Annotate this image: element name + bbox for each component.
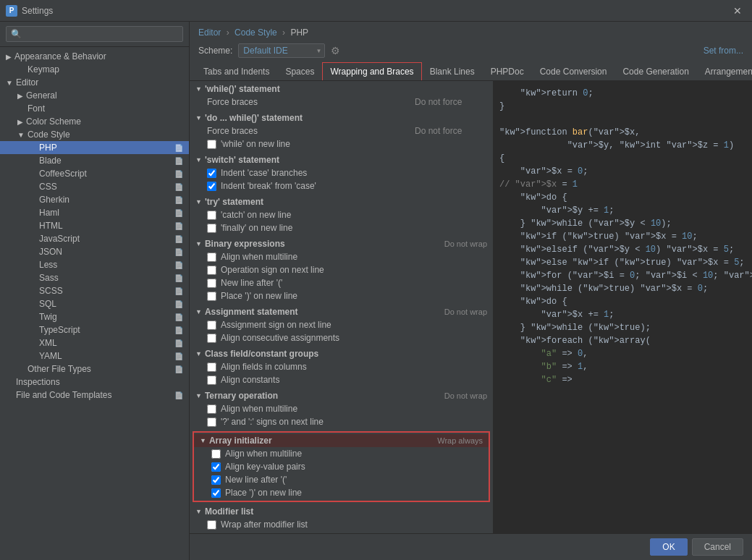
sidebar-item-label: CoffeeScript	[39, 169, 87, 179]
sidebar-item-php[interactable]: PHP📄	[0, 141, 189, 154]
group-arrow: ▼	[195, 156, 202, 164]
sidebar-item-other-file-types[interactable]: Other File Types📄	[0, 362, 189, 376]
setting-checkbox[interactable]	[207, 253, 216, 262]
group-header-try-statement[interactable]: ▼'try' statement	[190, 195, 493, 208]
group-header-class-field-groups[interactable]: ▼Class field/constant groups	[190, 347, 493, 360]
sidebar-item-json[interactable]: JSON📄	[0, 245, 189, 258]
sidebar-item-css[interactable]: CSS📄	[0, 180, 189, 193]
group-header-ternary-operation[interactable]: ▼Ternary operationDo not wrap	[190, 389, 493, 402]
sidebar-item-label: Less	[39, 260, 57, 270]
sidebar-item-label: XML	[39, 338, 57, 348]
tab-tabs-indents[interactable]: Tabs and Indents	[195, 62, 277, 81]
setting-checkbox[interactable]	[207, 404, 216, 414]
setting-checkbox[interactable]	[207, 520, 216, 530]
sidebar-item-general[interactable]: ▶General	[0, 89, 189, 102]
setting-checkbox[interactable]	[207, 169, 216, 178]
sidebar-item-sass[interactable]: Sass📄	[0, 271, 189, 284]
close-button[interactable]: ✕	[729, 4, 746, 18]
group-header-switch-statement[interactable]: ▼'switch' statement	[190, 153, 493, 166]
tab-code-conversion[interactable]: Code Conversion	[532, 62, 615, 81]
sidebar-item-twig[interactable]: Twig📄	[0, 310, 189, 323]
sidebar-item-javascript[interactable]: JavaScript📄	[0, 232, 189, 245]
group-header-binary-expressions[interactable]: ▼Binary expressionsDo not wrap	[190, 237, 493, 250]
sidebar-item-html[interactable]: HTML📄	[0, 219, 189, 232]
setting-checkbox[interactable]	[207, 334, 216, 343]
sidebar-item-color-scheme[interactable]: ▶Color Scheme	[0, 115, 189, 128]
setting-checkbox[interactable]	[211, 475, 221, 485]
file-icon: 📄	[174, 391, 183, 399]
sidebar-item-font[interactable]: Font	[0, 102, 189, 115]
code-line: {	[499, 152, 746, 165]
tab-wrapping-braces[interactable]: Wrapping and Braces	[322, 62, 421, 81]
group-header-assignment-statement[interactable]: ▼Assignment statementDo not wrap	[190, 305, 493, 318]
setting-checkbox[interactable]	[211, 488, 221, 498]
setting-label: Align constants	[221, 375, 487, 385]
setting-item: New line after '('	[194, 473, 489, 486]
sidebar-item-keymap[interactable]: Keymap	[0, 63, 189, 76]
setting-label: Align when multiline	[225, 449, 483, 459]
group-arrow: ▼	[195, 85, 202, 93]
sidebar-item-gherkin[interactable]: Gherkin📄	[0, 193, 189, 206]
file-icon: 📄	[174, 287, 183, 295]
sidebar-item-label: File and Code Templates	[16, 390, 112, 400]
setting-checkbox[interactable]	[207, 292, 216, 301]
setting-checkbox[interactable]	[211, 462, 221, 472]
setting-checkbox[interactable]	[207, 182, 216, 191]
setting-item: New line after '('	[190, 276, 493, 289]
setting-checkbox[interactable]	[207, 321, 216, 330]
setting-label: Indent 'case' branches	[221, 168, 487, 178]
setting-checkbox[interactable]	[207, 417, 216, 427]
tab-blank-lines[interactable]: Blank Lines	[422, 62, 483, 81]
sidebar-item-less[interactable]: Less📄	[0, 258, 189, 271]
code-line: "kw">do {	[499, 295, 746, 308]
sidebar-item-scss[interactable]: SCSS📄	[0, 284, 189, 297]
setting-item: Align key-value pairs	[194, 460, 489, 473]
group-header-modifier-list[interactable]: ▼Modifier list	[190, 505, 493, 518]
sidebar-item-blade[interactable]: Blade📄	[0, 154, 189, 167]
sidebar-item-sql[interactable]: SQL📄	[0, 297, 189, 310]
setting-checkbox[interactable]	[207, 211, 216, 220]
group-header-while-statement[interactable]: ▼'while()' statement	[190, 82, 493, 96]
sidebar-item-code-style[interactable]: ▼Code Style	[0, 128, 189, 141]
sidebar-item-typescript[interactable]: TypeScript📄	[0, 323, 189, 336]
setting-checkbox[interactable]	[207, 362, 216, 372]
gear-icon[interactable]: ⚙	[331, 45, 340, 56]
group-header-array-initializer[interactable]: ▼Array initializerWrap always	[194, 434, 489, 447]
setting-checkbox[interactable]	[207, 224, 216, 233]
code-line: "var">$y += 1;	[499, 204, 746, 217]
search-input[interactable]	[6, 26, 183, 42]
group-header-do-while-statement[interactable]: ▼'do ... while()' statement	[190, 111, 493, 124]
group-value: Wrap always	[437, 436, 483, 445]
sidebar-item-xml[interactable]: XML📄	[0, 336, 189, 349]
setting-checkbox[interactable]	[207, 266, 216, 275]
tab-spaces[interactable]: Spaces	[277, 62, 322, 81]
tab-phpdoc[interactable]: PHPDoc	[483, 62, 532, 81]
cancel-button[interactable]: Cancel	[692, 538, 743, 556]
setting-checkbox[interactable]	[207, 279, 216, 288]
scheme-select[interactable]: Default IDE	[238, 43, 325, 58]
setting-label: Assignment sign on next line	[221, 320, 487, 330]
set-from-link[interactable]: Set from...	[704, 46, 743, 56]
sidebar-item-yaml[interactable]: YAML📄	[0, 349, 189, 362]
tab-arrangement[interactable]: Arrangement	[697, 62, 752, 81]
breadcrumb: Editor › Code Style › PHP	[190, 22, 752, 41]
sidebar-item-file-code-templates[interactable]: File and Code Templates📄	[0, 389, 189, 402]
tab-code-generation[interactable]: Code Generation	[614, 62, 696, 81]
setting-group-ternary-operation: ▼Ternary operationDo not wrap Align when…	[190, 388, 493, 430]
bottom-bar: OK Cancel	[190, 533, 752, 560]
file-icon: 📄	[174, 222, 183, 230]
sidebar-item-haml[interactable]: Haml📄	[0, 206, 189, 219]
setting-checkbox[interactable]	[207, 140, 216, 149]
sidebar-item-label: HTML	[39, 221, 63, 231]
sidebar-item-inspections[interactable]: Inspections	[0, 376, 189, 389]
sidebar-item-coffeescript[interactable]: CoffeeScript📄	[0, 167, 189, 180]
ok-button[interactable]: OK	[650, 538, 687, 556]
setting-checkbox[interactable]	[211, 449, 221, 459]
sidebar-item-appearance[interactable]: ▶Appearance & Behavior	[0, 50, 189, 63]
setting-item: 'while' on new line	[190, 137, 493, 150]
group-value: Do not wrap	[444, 307, 487, 316]
setting-item: Operation sign on next line	[190, 263, 493, 276]
setting-checkbox[interactable]	[207, 376, 216, 385]
code-line: "kw">while ("kw">true) "var">$x = 0;	[499, 282, 746, 295]
sidebar-item-editor[interactable]: ▼Editor	[0, 76, 189, 89]
